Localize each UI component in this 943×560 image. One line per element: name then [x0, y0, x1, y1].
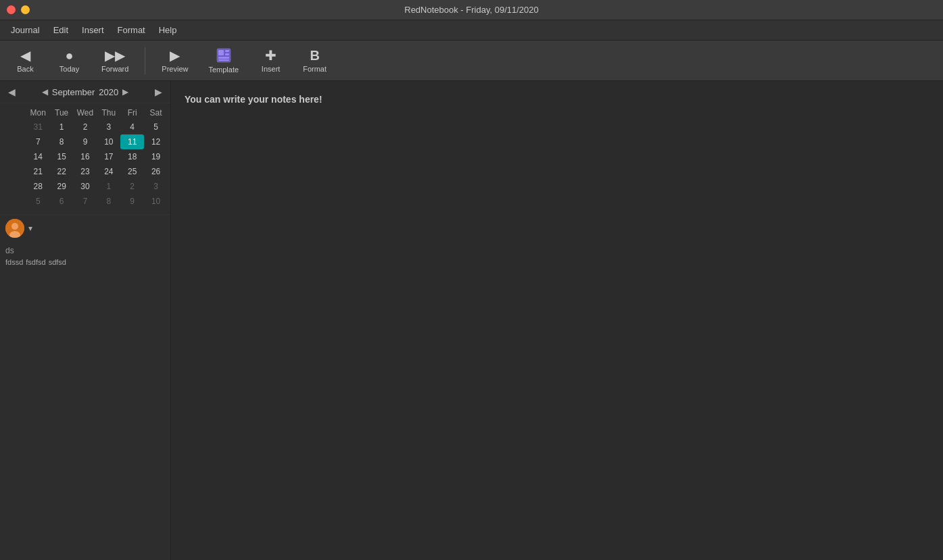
next-month-button[interactable]: ▶ — [152, 85, 165, 99]
svg-point-7 — [11, 223, 18, 230]
editor-area[interactable]: You can write your notes here! — [171, 81, 943, 560]
forward-button[interactable]: ▶▶ Forward — [95, 46, 135, 76]
cal-day-12[interactable]: 12 — [144, 134, 168, 149]
cal-day-2[interactable]: 2 — [74, 120, 97, 134]
cal-day-18[interactable]: 18 — [120, 149, 144, 164]
avatar[interactable] — [5, 219, 24, 238]
menu-format[interactable]: Format — [112, 24, 151, 36]
tag-fsdfsd[interactable]: fsdfsd — [26, 258, 45, 266]
header-thu: Thu — [97, 106, 120, 120]
calendar-day-headers: Mon Tue Wed Thu Fri Sat — [3, 106, 168, 120]
cal-day-23[interactable]: 23 — [74, 164, 97, 179]
cal-day-30[interactable]: 30 — [74, 179, 97, 194]
template-icon — [216, 48, 231, 63]
header-mon: Mon — [26, 106, 50, 120]
cal-day-17[interactable]: 17 — [97, 149, 120, 164]
back-button[interactable]: ◀ Back — [7, 46, 44, 76]
cal-day-8[interactable]: 8 — [50, 134, 74, 149]
insert-icon: ✚ — [265, 49, 276, 62]
tags-section-title: ds — [5, 246, 165, 255]
cal-day-4[interactable]: 4 — [120, 120, 144, 134]
cal-day-22[interactable]: 22 — [50, 164, 74, 179]
cal-day-2-oct[interactable]: 2 — [120, 179, 144, 194]
prev-month-button[interactable]: ◀ — [5, 85, 18, 99]
header-tue: Tue — [50, 106, 74, 120]
calendar-grid: Mon Tue Wed Thu Fri Sat 31 1 2 3 4 5 7 — [0, 103, 170, 211]
today-icon: ● — [65, 49, 73, 62]
cal-day-9[interactable]: 9 — [74, 134, 97, 149]
template-button[interactable]: Template — [201, 45, 245, 76]
cal-day-19[interactable]: 19 — [144, 149, 168, 164]
cal-day-9-oct[interactable]: 9 — [120, 194, 144, 209]
today-label: Today — [59, 65, 79, 73]
cal-day-1[interactable]: 1 — [50, 120, 74, 134]
menu-journal[interactable]: Journal — [5, 24, 45, 36]
format-button[interactable]: B Format — [296, 46, 333, 76]
sidebar: ◀ ◀ September 2020 ▶ ▶ Mon Tue Wed Thu F… — [0, 81, 171, 560]
cal-day-16[interactable]: 16 — [74, 149, 97, 164]
cal-day-5[interactable]: 5 — [144, 120, 168, 134]
cal-day-28[interactable]: 28 — [26, 179, 50, 194]
menu-insert[interactable]: Insert — [76, 24, 110, 36]
week-num-6 — [3, 194, 26, 209]
editor-content[interactable] — [185, 112, 929, 382]
week-num — [3, 120, 26, 134]
cal-day-3-oct[interactable]: 3 — [144, 179, 168, 194]
svg-rect-2 — [225, 50, 229, 52]
cal-day-10[interactable]: 10 — [97, 134, 120, 149]
menu-help[interactable]: Help — [153, 24, 183, 36]
week-num-header — [3, 106, 26, 120]
preview-label: Preview — [162, 65, 188, 73]
avatar-dropdown-arrow[interactable]: ▾ — [28, 224, 32, 233]
preview-button[interactable]: ▶ Preview — [155, 46, 195, 76]
calendar-weeks: 31 1 2 3 4 5 7 8 9 10 11 12 14 15 16 17 — [3, 120, 168, 209]
minimize-button[interactable] — [21, 5, 30, 14]
svg-rect-1 — [218, 50, 224, 55]
week-num-2 — [3, 134, 26, 149]
cal-day-14[interactable]: 14 — [26, 149, 50, 164]
sidebar-avatar-row: ▾ — [0, 214, 170, 242]
week-num-5 — [3, 179, 26, 194]
close-button[interactable] — [7, 5, 16, 14]
cal-day-21[interactable]: 21 — [26, 164, 50, 179]
cal-day-10-oct[interactable]: 10 — [144, 194, 168, 209]
cal-day-6-oct[interactable]: 6 — [50, 194, 74, 209]
tag-fdssd[interactable]: fdssd — [5, 258, 23, 266]
cal-day-3[interactable]: 3 — [97, 120, 120, 134]
svg-rect-3 — [225, 53, 229, 55]
cal-day-29[interactable]: 29 — [50, 179, 74, 194]
cal-day-7-oct[interactable]: 7 — [74, 194, 97, 209]
menu-edit[interactable]: Edit — [48, 24, 74, 36]
cal-day-7[interactable]: 7 — [26, 134, 50, 149]
cal-day-31-aug[interactable]: 31 — [26, 120, 50, 134]
today-button[interactable]: ● Today — [51, 46, 88, 76]
cal-day-24[interactable]: 24 — [97, 164, 120, 179]
format-icon: B — [310, 49, 319, 62]
cal-day-5-oct[interactable]: 5 — [26, 194, 50, 209]
insert-label: Insert — [262, 65, 281, 73]
cal-day-11-today[interactable]: 11 — [120, 134, 144, 149]
cal-day-26[interactable]: 26 — [144, 164, 168, 179]
tag-sdfsd[interactable]: sdfsd — [49, 258, 66, 266]
svg-rect-4 — [218, 57, 229, 59]
forward-icon: ▶▶ — [105, 49, 125, 62]
prev-year-arrow[interactable]: ◀ — [42, 87, 48, 97]
back-label: Back — [17, 65, 33, 73]
preview-icon: ▶ — [170, 49, 180, 62]
window-controls — [7, 5, 30, 14]
window-title: RedNotebook - Friday, 09/11/2020 — [404, 5, 539, 15]
cal-day-1-oct[interactable]: 1 — [97, 179, 120, 194]
cal-day-15[interactable]: 15 — [50, 149, 74, 164]
menubar: Journal Edit Insert Format Help — [0, 20, 943, 41]
year-label: 2020 — [99, 87, 118, 97]
cal-day-25[interactable]: 25 — [120, 164, 144, 179]
week-num-3 — [3, 149, 26, 164]
back-icon: ◀ — [20, 49, 30, 62]
tag-list: fdssd fsdfsd sdfsd — [5, 258, 165, 266]
main-layout: ◀ ◀ September 2020 ▶ ▶ Mon Tue Wed Thu F… — [0, 81, 943, 560]
cal-day-8-oct[interactable]: 8 — [97, 194, 120, 209]
insert-button[interactable]: ✚ Insert — [252, 46, 289, 76]
template-label: Template — [208, 66, 239, 74]
next-year-arrow[interactable]: ▶ — [122, 87, 128, 97]
toolbar: ◀ Back ● Today ▶▶ Forward ▶ Preview Temp… — [0, 41, 943, 81]
